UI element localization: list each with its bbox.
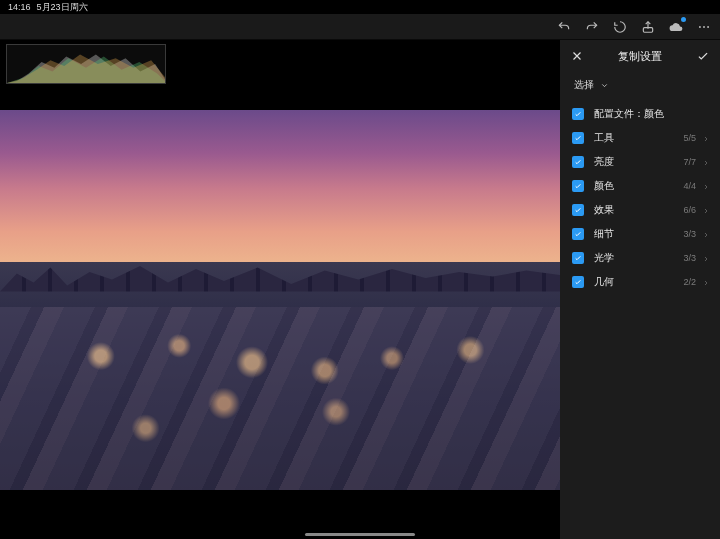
chevron-right-icon xyxy=(702,206,710,214)
setting-label: 亮度 xyxy=(594,155,683,169)
checkbox-icon[interactable] xyxy=(572,228,584,240)
svg-point-3 xyxy=(707,26,709,28)
more-icon[interactable] xyxy=(696,19,712,35)
setting-count: 2/2 xyxy=(683,277,696,287)
svg-point-2 xyxy=(703,26,705,28)
setting-label: 细节 xyxy=(594,227,683,241)
checkbox-icon[interactable] xyxy=(572,108,584,120)
copy-settings-panel: 复制设置 选择 配置文件：颜色工具5/5亮度7/7颜色4/4效果6/6细节3/3… xyxy=(560,40,720,539)
checkbox-icon[interactable] xyxy=(572,132,584,144)
panel-title: 复制设置 xyxy=(618,49,662,64)
home-indicator[interactable] xyxy=(305,533,415,536)
chevron-right-icon xyxy=(702,182,710,190)
svg-point-1 xyxy=(699,26,701,28)
setting-label: 配置文件：颜色 xyxy=(594,107,710,121)
redo-icon[interactable] xyxy=(584,19,600,35)
chevron-right-icon xyxy=(702,254,710,262)
checkbox-icon[interactable] xyxy=(572,204,584,216)
setting-row-4[interactable]: 效果6/6 xyxy=(560,198,720,222)
setting-row-0[interactable]: 配置文件：颜色 xyxy=(560,102,720,126)
setting-row-6[interactable]: 光学3/3 xyxy=(560,246,720,270)
status-time: 14:16 xyxy=(8,2,31,12)
status-date: 5月23日周六 xyxy=(37,1,88,14)
chevron-right-icon xyxy=(702,134,710,142)
setting-label: 几何 xyxy=(594,275,683,289)
cloud-sync-icon[interactable] xyxy=(668,19,684,35)
chevron-right-icon xyxy=(702,230,710,238)
checkbox-icon[interactable] xyxy=(572,156,584,168)
setting-row-3[interactable]: 颜色4/4 xyxy=(560,174,720,198)
confirm-icon[interactable] xyxy=(696,49,710,63)
setting-row-2[interactable]: 亮度7/7 xyxy=(560,150,720,174)
top-toolbar xyxy=(0,14,720,40)
setting-count: 7/7 xyxy=(683,157,696,167)
setting-count: 3/3 xyxy=(683,229,696,239)
setting-row-7[interactable]: 几何2/2 xyxy=(560,270,720,294)
setting-label: 颜色 xyxy=(594,179,683,193)
setting-count: 4/4 xyxy=(683,181,696,191)
chevron-down-icon xyxy=(600,81,609,90)
photo-preview xyxy=(0,110,560,490)
close-icon[interactable] xyxy=(570,49,584,63)
setting-label: 效果 xyxy=(594,203,683,217)
checkbox-icon[interactable] xyxy=(572,276,584,288)
checkbox-icon[interactable] xyxy=(572,180,584,192)
undo-icon[interactable] xyxy=(556,19,572,35)
select-label: 选择 xyxy=(574,78,594,92)
setting-count: 3/3 xyxy=(683,253,696,263)
chevron-right-icon xyxy=(702,278,710,286)
status-bar: 14:16 5月23日周六 xyxy=(0,0,720,14)
setting-label: 光学 xyxy=(594,251,683,265)
setting-row-1[interactable]: 工具5/5 xyxy=(560,126,720,150)
revert-icon[interactable] xyxy=(612,19,628,35)
chevron-right-icon xyxy=(702,158,710,166)
select-dropdown[interactable]: 选择 xyxy=(560,72,720,102)
histogram[interactable] xyxy=(6,44,166,84)
checkbox-icon[interactable] xyxy=(572,252,584,264)
share-icon[interactable] xyxy=(640,19,656,35)
photo-canvas[interactable] xyxy=(0,40,560,539)
setting-label: 工具 xyxy=(594,131,683,145)
setting-count: 6/6 xyxy=(683,205,696,215)
setting-count: 5/5 xyxy=(683,133,696,143)
setting-row-5[interactable]: 细节3/3 xyxy=(560,222,720,246)
